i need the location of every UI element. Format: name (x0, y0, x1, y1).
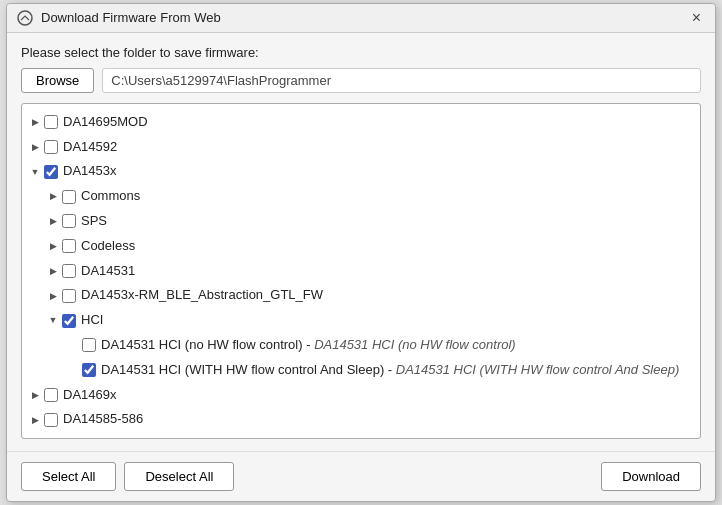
window-title: Download Firmware From Web (41, 10, 688, 25)
expander-icon[interactable] (46, 239, 60, 253)
expander-icon[interactable] (28, 140, 42, 154)
svg-point-0 (18, 11, 32, 25)
tree-row: DA1453x (26, 159, 696, 184)
item-label: DA14531 HCI (WITH HW flow control And Sl… (101, 360, 679, 381)
expander-icon[interactable] (28, 115, 42, 129)
dialog-footer: Select All Deselect All Download (7, 451, 715, 501)
tree-checkbox[interactable] (44, 413, 58, 427)
window-icon (17, 10, 33, 26)
tree-row: DA14531 HCI (no HW flow control) - DA145… (26, 333, 696, 358)
expander-icon[interactable] (28, 165, 42, 179)
tree-row: Codeless (26, 234, 696, 259)
expander-icon[interactable] (46, 264, 60, 278)
expander-icon[interactable] (46, 314, 60, 328)
item-label: HCI (81, 310, 103, 331)
path-row: Browse (21, 68, 701, 93)
download-button[interactable]: Download (601, 462, 701, 491)
tree-checkbox[interactable] (62, 190, 76, 204)
expander-icon[interactable] (46, 214, 60, 228)
tree-row: DA1453x-RM_BLE_Abstraction_GTL_FW (26, 283, 696, 308)
tree-row: DA14531 HCI (WITH HW flow control And Sl… (26, 358, 696, 383)
tree-row: Commons (26, 184, 696, 209)
item-label: DA14592 (63, 137, 117, 158)
tree-checkbox[interactable] (82, 338, 96, 352)
browse-button[interactable]: Browse (21, 68, 94, 93)
expander-icon[interactable] (28, 413, 42, 427)
footer-left-buttons: Select All Deselect All (21, 462, 234, 491)
item-label: Codeless (81, 236, 135, 257)
item-label: DA14531 (81, 261, 135, 282)
tree-checkbox[interactable] (62, 239, 76, 253)
tree-row: SPS (26, 209, 696, 234)
download-firmware-dialog: Download Firmware From Web × Please sele… (6, 3, 716, 502)
close-button[interactable]: × (688, 10, 705, 26)
item-label: SPS (81, 211, 107, 232)
tree-row: DA14592 (26, 135, 696, 160)
tree-checkbox[interactable] (44, 388, 58, 402)
tree-row: DA14531 (26, 259, 696, 284)
dialog-body: Please select the folder to save firmwar… (7, 33, 715, 451)
expander-icon[interactable] (46, 289, 60, 303)
tree-checkbox[interactable] (62, 214, 76, 228)
tree-checkbox[interactable] (44, 165, 58, 179)
path-label: Please select the folder to save firmwar… (21, 45, 701, 60)
expander-icon (66, 338, 80, 352)
expander-icon[interactable] (46, 190, 60, 204)
item-label: Commons (81, 186, 140, 207)
tree-checkbox[interactable] (44, 115, 58, 129)
tree-checkbox[interactable] (82, 363, 96, 377)
tree-row: HCI (26, 308, 696, 333)
expander-icon (66, 363, 80, 377)
select-all-button[interactable]: Select All (21, 462, 116, 491)
item-label: DA1469x (63, 385, 116, 406)
expander-icon[interactable] (28, 388, 42, 402)
item-label: DA1453x-RM_BLE_Abstraction_GTL_FW (81, 285, 323, 306)
tree-row: DA14585-586 (26, 407, 696, 432)
item-label-italic: DA14531 HCI (WITH HW flow control And Sl… (396, 362, 679, 377)
item-label: DA1453x (63, 161, 116, 182)
item-label: DA14585-586 (63, 409, 143, 430)
item-label: DA14531 HCI (no HW flow control) - DA145… (101, 335, 516, 356)
item-label: DA14695MOD (63, 112, 148, 133)
tree-row: DA14695MOD (26, 110, 696, 135)
tree-checkbox[interactable] (62, 264, 76, 278)
tree-checkbox[interactable] (62, 314, 76, 328)
firmware-tree: DA14695MOD DA14592 DA1453x Commons (21, 103, 701, 439)
path-input[interactable] (102, 68, 701, 93)
tree-row: DA1469x (26, 383, 696, 408)
tree-checkbox[interactable] (62, 289, 76, 303)
deselect-all-button[interactable]: Deselect All (124, 462, 234, 491)
item-label-italic: DA14531 HCI (no HW flow control) (314, 337, 516, 352)
titlebar: Download Firmware From Web × (7, 4, 715, 33)
tree-checkbox[interactable] (44, 140, 58, 154)
